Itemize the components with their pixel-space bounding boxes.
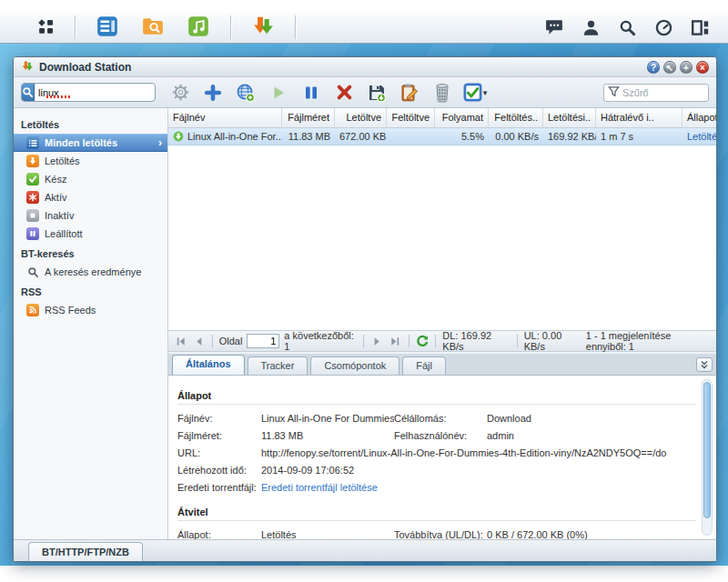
pilot-view-icon[interactable] bbox=[690, 17, 710, 37]
close-button[interactable]: × bbox=[696, 61, 709, 74]
filter-input[interactable] bbox=[622, 87, 704, 98]
settings-button[interactable] bbox=[167, 80, 194, 105]
sidebar-item-stopped[interactable]: Leállított bbox=[14, 225, 167, 243]
delete-button[interactable] bbox=[330, 80, 358, 105]
range-label: 1 - 1 megjelenítése ennyiből: 1 bbox=[586, 330, 713, 352]
sidebar-item-search-results[interactable]: A keresés eredménye bbox=[14, 263, 167, 281]
resource-monitor-icon[interactable] bbox=[653, 17, 673, 37]
detail-value: 2014-09-09 17:06:52 bbox=[261, 465, 696, 476]
previous-page-button[interactable] bbox=[192, 334, 206, 348]
download-torrent-link[interactable]: Eredeti torrentfájl letöltése bbox=[261, 482, 696, 493]
active-gear-icon bbox=[26, 191, 39, 204]
check-icon bbox=[26, 173, 39, 186]
pause-button[interactable] bbox=[298, 80, 325, 105]
resume-button[interactable] bbox=[265, 80, 292, 105]
main-menu-button[interactable] bbox=[25, 14, 66, 41]
sidebar-section-download: Letöltés bbox=[14, 114, 167, 134]
sidebar-item-label: Aktív bbox=[45, 192, 66, 203]
taskbar-app-file-station[interactable] bbox=[92, 15, 123, 40]
stop-icon bbox=[26, 209, 39, 222]
torrent-file-icon bbox=[173, 131, 184, 142]
table-row-selected[interactable]: Linux All-in-One For... 11.83 MB 672.00 … bbox=[168, 128, 717, 146]
detail-label: Célállomás: bbox=[394, 413, 487, 424]
first-page-button[interactable] bbox=[174, 334, 187, 348]
maximize-button[interactable]: + bbox=[680, 61, 693, 74]
sidebar-item-completed[interactable]: Kész bbox=[14, 170, 167, 188]
window-titlebar[interactable]: Download Station ? ↖ + × bbox=[14, 57, 716, 77]
help-button[interactable]: ? bbox=[647, 61, 660, 74]
funnel-icon bbox=[608, 85, 620, 99]
scrollbar-thumb[interactable] bbox=[703, 382, 711, 518]
cell-status: Letöltés bbox=[682, 131, 717, 142]
detail-label: Fájlnév: bbox=[177, 413, 261, 424]
separator bbox=[409, 335, 410, 347]
separator bbox=[363, 335, 364, 347]
save-button[interactable] bbox=[363, 80, 390, 105]
detail-value: Download bbox=[487, 413, 696, 424]
folder-search-icon bbox=[141, 15, 165, 40]
column-header-time-remaining[interactable]: Hátralévő i.. bbox=[596, 108, 682, 127]
service-tab-bt-http-ftp-nzb[interactable]: BT/HTTP/FTP/NZB bbox=[28, 542, 143, 561]
taskbar-app-file-browser[interactable] bbox=[137, 15, 168, 40]
page-number-input[interactable] bbox=[247, 334, 279, 348]
detail-value: Linux All-in-One For Dummies, 4th bbox=[261, 413, 394, 424]
sidebar-item-active[interactable]: Aktív bbox=[14, 188, 167, 206]
sidebar-item-rss-feeds[interactable]: RSS Feeds bbox=[14, 301, 167, 319]
taskbar-separator bbox=[75, 15, 76, 39]
taskbar bbox=[0, 12, 728, 44]
sidebar-item-inactive[interactable]: Inaktív bbox=[14, 206, 167, 225]
add-url-button[interactable] bbox=[232, 80, 259, 105]
section-title-transfer: Átvitel bbox=[177, 507, 696, 517]
download-arrows-icon bbox=[251, 15, 275, 40]
taskbar-app-download-station[interactable] bbox=[248, 15, 278, 40]
cell-filename: Linux All-in-One For... bbox=[187, 131, 282, 142]
minimize-button[interactable]: ↖ bbox=[663, 61, 676, 74]
tab-peers[interactable]: Csomópontok bbox=[310, 356, 399, 375]
detail-tabs: Általános Tracker Csomópontok Fájl bbox=[168, 354, 717, 376]
list-icon bbox=[26, 136, 39, 149]
clear-completed-button[interactable] bbox=[429, 80, 456, 105]
last-page-button[interactable] bbox=[389, 334, 402, 348]
search-icon[interactable] bbox=[617, 17, 637, 37]
detail-label: Felhasználónév: bbox=[394, 430, 487, 441]
column-header-progress[interactable]: Folyamat bbox=[435, 108, 489, 127]
separator bbox=[435, 335, 436, 347]
detail-label: Fájlméret: bbox=[177, 430, 261, 441]
column-header-status[interactable]: Állapot bbox=[682, 108, 717, 127]
edit-button[interactable] bbox=[396, 80, 423, 105]
detail-row-url: URL: http://fenopy.se/torrent/Linux-All-… bbox=[177, 444, 696, 461]
sidebar-item-downloading[interactable]: Letöltés bbox=[14, 152, 167, 170]
tab-tracker[interactable]: Tracker bbox=[248, 356, 308, 375]
sidebar-item-label: Inaktív bbox=[45, 210, 74, 221]
column-header-download-speed[interactable]: Letöltési.. bbox=[543, 108, 596, 127]
cell-filesize: 11.83 MB bbox=[282, 131, 335, 142]
details-scrollbar[interactable] bbox=[702, 379, 713, 536]
detail-row: Fájlnév: Linux All-in-One For Dummies, 4… bbox=[177, 409, 696, 426]
search-box[interactable]: × bbox=[21, 83, 156, 102]
sidebar-item-all-downloads[interactable]: Minden letöltés › bbox=[14, 134, 167, 152]
section-title-status: Állapot bbox=[177, 390, 696, 401]
page-label: Oldal bbox=[219, 336, 243, 346]
column-header-uploaded[interactable]: Feltöltve bbox=[387, 108, 435, 127]
search-icon bbox=[22, 84, 35, 101]
taskbar-app-audio-station[interactable] bbox=[183, 15, 214, 40]
page-count-label: a következőből: 1 bbox=[284, 330, 357, 352]
tab-general[interactable]: Általános bbox=[172, 355, 245, 375]
pagination-bar: Oldal a következőből: 1 DL: 169.92 KB/s … bbox=[168, 330, 717, 352]
column-header-filesize[interactable]: Fájlméret bbox=[282, 108, 335, 127]
user-icon[interactable] bbox=[581, 17, 601, 37]
notifications-icon[interactable] bbox=[544, 17, 564, 37]
add-download-button[interactable] bbox=[199, 80, 227, 105]
taskbar-right-icons bbox=[544, 17, 728, 37]
column-header-filename[interactable]: Fájlnév bbox=[168, 108, 282, 127]
tab-file[interactable]: Fájl bbox=[402, 356, 446, 375]
detail-value: admin bbox=[487, 430, 696, 441]
column-header-downloaded[interactable]: Letöltve bbox=[335, 108, 387, 127]
collapse-panel-button[interactable] bbox=[696, 357, 713, 372]
taskbar-separator bbox=[295, 15, 296, 39]
select-mode-button[interactable]: ▾ bbox=[461, 80, 489, 105]
next-page-button[interactable] bbox=[370, 334, 384, 348]
filter-box[interactable] bbox=[603, 84, 709, 102]
refresh-icon[interactable] bbox=[416, 334, 430, 348]
column-header-upload-speed[interactable]: Feltöltés.. bbox=[489, 108, 543, 127]
